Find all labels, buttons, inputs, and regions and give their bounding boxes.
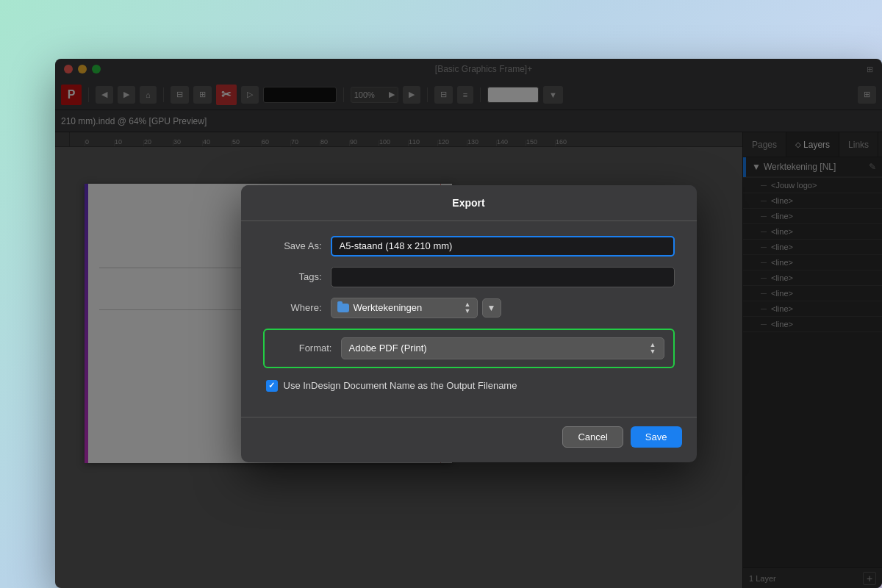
checkbox-use-doc-name[interactable]: [266, 380, 278, 392]
format-label: Format:: [273, 343, 332, 354]
tags-row: Tags:: [263, 267, 675, 287]
save-as-input[interactable]: [331, 236, 675, 257]
save-button[interactable]: Save: [631, 426, 682, 448]
format-select[interactable]: Adobe PDF (Print) ▲ ▼: [341, 337, 664, 359]
format-value: Adobe PDF (Print): [349, 343, 427, 354]
where-row: Where: Werktekeningen ▲ ▼: [263, 298, 675, 318]
save-as-label: Save As:: [263, 240, 322, 251]
tags-input[interactable]: [331, 267, 675, 287]
save-as-row: Save As:: [263, 236, 675, 257]
tags-label: Tags:: [263, 271, 322, 282]
modal-overlay: Export Save As: Tags:: [55, 132, 882, 588]
cancel-button[interactable]: Cancel: [562, 426, 623, 448]
app-window: [Basic Graphics Frame]+ ⊞ P ◀ ▶ ⌂ ⊟ ⊞ ✂ …: [55, 59, 882, 588]
checkbox-label: Use InDesign Document Name as the Output…: [284, 380, 517, 391]
modal-footer: Cancel Save: [241, 417, 697, 462]
where-select-arrows: ▲ ▼: [465, 301, 471, 315]
modal-title: Export: [241, 185, 697, 221]
where-expand-btn[interactable]: ▼: [482, 298, 501, 318]
modal-body: Save As: Tags: Where:: [241, 221, 697, 417]
where-value: Werktekeningen: [354, 302, 423, 313]
where-label: Where:: [263, 302, 322, 313]
format-row: Format: Adobe PDF (Print) ▲ ▼: [273, 337, 664, 359]
format-section: Format: Adobe PDF (Print) ▲ ▼: [263, 329, 675, 368]
canvas-area: 0 10 20 30 40 50 60 70 80 90 100 110 120…: [55, 132, 742, 588]
where-select[interactable]: Werktekeningen ▲ ▼: [331, 298, 478, 318]
export-modal: Export Save As: Tags:: [241, 185, 697, 462]
main-content: 0 10 20 30 40 50 60 70 80 90 100 110 120…: [55, 132, 882, 588]
checkbox-row[interactable]: Use InDesign Document Name as the Output…: [263, 380, 675, 392]
folder-icon: [337, 304, 349, 312]
format-select-arrows: ▲ ▼: [650, 342, 656, 355]
